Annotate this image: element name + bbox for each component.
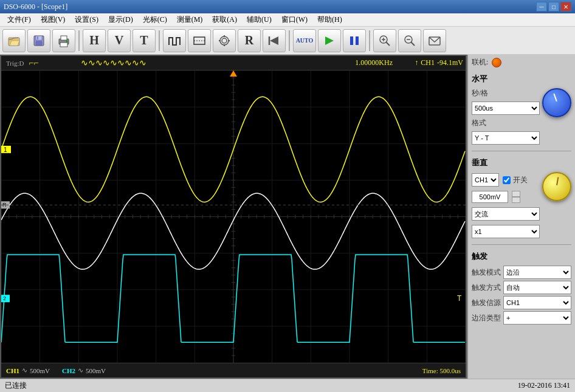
- probe-select[interactable]: x1 x10 x100: [472, 225, 540, 238]
- svg-line-28: [411, 42, 415, 46]
- menu-utility[interactable]: 辅助(U): [242, 13, 277, 26]
- ch-select[interactable]: CH1 CH2: [472, 173, 499, 187]
- right-panel: 联机: 水平 秒/格 500us 1ms 2ms 100us 格式: [467, 55, 575, 379]
- menu-display[interactable]: 显示(D): [103, 13, 138, 26]
- trig-mode-label: 触发模式: [472, 267, 501, 278]
- wave2-button[interactable]: [188, 29, 211, 52]
- t-button[interactable]: T: [133, 29, 156, 52]
- menu-cursor[interactable]: 光标(C): [138, 13, 172, 26]
- ch1-footer-tag: CH1: [6, 367, 19, 374]
- menu-settings[interactable]: 设置(S): [70, 13, 103, 26]
- run-back-button[interactable]: [263, 29, 286, 52]
- trigger-grid: 触发模式 边沿 脉宽 触发方式 自动 正常 单次 触发信源 CH1 CH2 EX…: [472, 266, 571, 325]
- vertical-section-title: 垂直: [472, 156, 571, 170]
- open-button[interactable]: [2, 29, 26, 52]
- vertical-controls: CH1 CH2 开关 ▲ ▼: [472, 172, 540, 239]
- h-button[interactable]: H: [83, 29, 106, 52]
- menu-acquire[interactable]: 获取(A): [207, 13, 242, 26]
- status-bar: 已连接 19-02-2016 13:41: [0, 379, 575, 392]
- volt-per-div-row: ▲ ▼: [472, 191, 540, 203]
- open-close-checkbox[interactable]: [503, 176, 511, 184]
- r-button[interactable]: R: [238, 29, 261, 52]
- volt-per-div-input[interactable]: [472, 191, 508, 203]
- sep4: [369, 30, 370, 51]
- scope-screen: Trig:D ⌐⌐ ∿∿∿∿∿∿∿∿∿ 1.00000KHz ↑ CH1 -94…: [0, 55, 467, 379]
- knob-line-v: [556, 177, 559, 185]
- sec-per-div-row: 500us 1ms 2ms 100us: [472, 101, 540, 115]
- v-button[interactable]: V: [108, 29, 131, 52]
- menu-file[interactable]: 文件(F): [2, 13, 36, 26]
- volt-spin-arrows: ▲ ▼: [512, 191, 520, 203]
- menu-help[interactable]: 帮助(H): [312, 13, 347, 26]
- horizontal-controls: 秒/格 500us 1ms 2ms 100us 格式 Y - T X - Y: [472, 88, 540, 146]
- print-button[interactable]: [52, 29, 75, 52]
- svg-rect-7: [61, 36, 67, 40]
- svg-line-24: [386, 42, 390, 46]
- vertical-knob[interactable]: [542, 172, 571, 201]
- vertical-row: CH1 CH2 开关 ▲ ▼: [472, 172, 571, 239]
- zoom-out-button[interactable]: [398, 29, 421, 52]
- email-button[interactable]: [423, 29, 446, 52]
- save-button[interactable]: [27, 29, 50, 52]
- menu-measure[interactable]: 测量(M): [172, 13, 208, 26]
- ch1-value-header: -94.1mV: [437, 58, 463, 67]
- format-label: 格式: [472, 118, 540, 128]
- sec-per-div-label: 秒/格: [472, 88, 540, 98]
- volt-up-arrow[interactable]: ▲: [512, 191, 520, 197]
- auto-button[interactable]: AUTO: [293, 29, 316, 52]
- ch2-footer-wave: ∿: [78, 366, 83, 374]
- ch1-footer-wave: ∿: [22, 366, 27, 374]
- svg-point-12: [222, 38, 227, 43]
- sep2: [159, 30, 160, 51]
- edge-type-select[interactable]: + -: [503, 311, 571, 325]
- ch2-footer-info: CH2 ∿ 500mV: [62, 366, 106, 374]
- datetime-display: 19-02-2016 13:41: [518, 381, 570, 390]
- sep3: [289, 30, 290, 51]
- trig-source-label: 触发信源: [472, 298, 501, 308]
- horizontal-knob[interactable]: [542, 88, 571, 117]
- trig-mode-select[interactable]: 边沿 脉宽: [503, 266, 571, 279]
- trig-method-label: 触发方式: [472, 283, 501, 293]
- main-area: Trig:D ⌐⌐ ∿∿∿∿∿∿∿∿∿ 1.00000KHz ↑ CH1 -94…: [0, 55, 575, 379]
- volt-down-arrow[interactable]: ▼: [512, 197, 520, 203]
- trig-source-select[interactable]: CH1 CH2 EXT: [503, 296, 571, 309]
- status-dot: [492, 58, 501, 67]
- scope-footer: CH1 ∿ 500mV CH2 ∿ 500mV Time: 500.0us: [1, 363, 466, 377]
- menu-window[interactable]: 窗口(W): [277, 13, 312, 26]
- toolbar: H V T R AUTO: [0, 27, 575, 55]
- svg-marker-20: [325, 36, 334, 45]
- probe-row: x1 x10 x100: [472, 225, 540, 238]
- trig-method-select[interactable]: 自动 正常 单次: [503, 281, 571, 294]
- open-close-row: 开关: [503, 175, 528, 185]
- grid-area: [1, 70, 466, 363]
- sec-per-div-select[interactable]: 500us 1ms 2ms 100us: [472, 101, 540, 115]
- pause-button[interactable]: [343, 29, 366, 52]
- svg-rect-22: [356, 36, 359, 45]
- maximize-button[interactable]: □: [548, 2, 559, 12]
- run-button[interactable]: [318, 29, 341, 52]
- ch2-footer-scale: 500mV: [86, 367, 106, 374]
- time-display: Time: 500.0us: [422, 367, 461, 374]
- trig-signal: ⌐⌐ ∿∿∿∿∿∿∿∿∿: [29, 58, 147, 68]
- svg-rect-21: [350, 36, 353, 45]
- svg-point-13: [220, 36, 229, 45]
- config-button[interactable]: [213, 29, 236, 52]
- sep1: [78, 30, 80, 51]
- freq-display: 1.00000KHz: [355, 58, 393, 67]
- ch1-label-header: CH1: [421, 58, 435, 67]
- ch-row: CH1 CH2 开关: [472, 173, 540, 187]
- wave1-button[interactable]: [163, 29, 186, 52]
- format-row: Y - T X - Y: [472, 131, 540, 145]
- svg-rect-3: [36, 36, 42, 40]
- format-select[interactable]: Y - T X - Y: [472, 131, 540, 145]
- coupling-select[interactable]: 交流 直流 地: [472, 207, 540, 221]
- vertical-knob-container: [542, 172, 571, 201]
- close-button[interactable]: ✕: [560, 2, 571, 12]
- zoom-in-button[interactable]: [373, 29, 396, 52]
- open-close-label: 开关: [513, 175, 528, 185]
- ch1-display: ↑ CH1 -94.1mV: [415, 58, 463, 67]
- minimize-button[interactable]: ─: [536, 2, 547, 12]
- menu-view[interactable]: 视图(V): [36, 13, 71, 26]
- online-status: 联机:: [472, 57, 571, 67]
- window-title: DSO-6000 - [Scope1]: [4, 2, 536, 12]
